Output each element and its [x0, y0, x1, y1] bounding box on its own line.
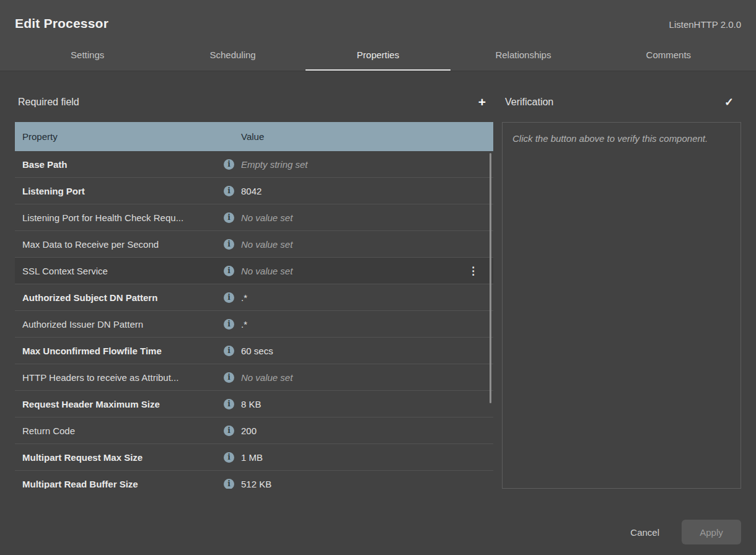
table-row[interactable]: Authorized Issuer DN Pattern i .* — [15, 311, 493, 338]
property-value[interactable]: 60 secs — [241, 346, 493, 356]
property-name: Authorized Subject DN Pattern — [22, 292, 224, 303]
dialog-title: Edit Processor — [15, 16, 108, 31]
properties-table-body: Base Path i Empty string set Listening P… — [15, 151, 493, 489]
property-value[interactable]: 8 KB — [241, 399, 493, 409]
info-icon: i — [224, 186, 234, 196]
tab-relationships[interactable]: Relationships — [451, 41, 596, 71]
property-name: Listening Port — [22, 186, 224, 196]
info-icon: i — [224, 372, 234, 383]
info-icon: i — [224, 399, 234, 409]
table-row[interactable]: Base Path i Empty string set — [15, 151, 493, 178]
info-icon: i — [224, 346, 234, 356]
properties-table-header: Property Value — [15, 122, 493, 151]
verification-message: Click the button above to verify this co… — [512, 133, 708, 144]
table-row[interactable]: Listening Port i 8042 — [15, 178, 493, 204]
table-row[interactable]: SSL Context Service i No value set ⋮ — [15, 258, 493, 284]
properties-table: Property Value Base Path i Empty string … — [15, 122, 493, 489]
tab-settings[interactable]: Settings — [15, 41, 160, 71]
property-name: Max Data to Receive per Second — [22, 239, 224, 250]
dialog-header: Edit Processor ListenHTTP 2.0.0 Settings… — [0, 0, 756, 71]
tab-scheduling[interactable]: Scheduling — [160, 41, 305, 71]
column-header-value: Value — [241, 131, 493, 142]
required-field-label: Required field — [18, 97, 79, 108]
property-value[interactable]: .* — [241, 292, 493, 303]
verification-label: Verification — [505, 97, 553, 108]
cancel-button[interactable]: Cancel — [630, 527, 659, 538]
property-value[interactable]: .* — [241, 319, 493, 330]
property-value[interactable]: No value set — [241, 266, 493, 276]
properties-column: Required field + Property Value Base Pat… — [15, 71, 493, 489]
verify-check-icon[interactable]: ✓ — [724, 95, 734, 109]
dialog-footer: Cancel Apply — [0, 491, 756, 555]
apply-button[interactable]: Apply — [682, 520, 741, 544]
property-value[interactable]: 512 KB — [241, 479, 493, 489]
property-name: Authorized Issuer DN Pattern — [22, 319, 224, 330]
tab-bar: Settings Scheduling Properties Relations… — [15, 41, 741, 71]
property-name: Multipart Read Buffer Size — [22, 479, 224, 489]
info-icon: i — [224, 239, 234, 250]
table-row[interactable]: Max Data to Receive per Second i No valu… — [15, 231, 493, 258]
tab-properties[interactable]: Properties — [305, 41, 451, 71]
info-icon: i — [224, 212, 234, 223]
property-name: Max Unconfirmed Flowfile Time — [22, 346, 224, 356]
property-name: SSL Context Service — [22, 266, 224, 276]
table-row[interactable]: Request Header Maximum Size i 8 KB — [15, 391, 493, 417]
verification-column: Verification ✓ Click the button above to… — [502, 71, 741, 489]
property-name: Listening Port for Health Check Requ... — [22, 212, 224, 223]
tab-comments[interactable]: Comments — [596, 41, 741, 71]
table-row[interactable]: Listening Port for Health Check Requ... … — [15, 204, 493, 231]
property-value[interactable]: No value set — [241, 212, 493, 223]
property-name: Return Code — [22, 426, 224, 436]
processor-type-version: ListenHTTP 2.0.0 — [669, 19, 741, 30]
table-row[interactable]: Multipart Request Max Size i 1 MB — [15, 444, 493, 471]
property-value[interactable]: Empty string set — [241, 159, 493, 170]
property-value[interactable]: 8042 — [241, 186, 493, 196]
info-icon: i — [224, 292, 234, 303]
info-icon: i — [224, 479, 234, 489]
info-icon: i — [224, 266, 234, 276]
table-row[interactable]: Return Code i 200 — [15, 417, 493, 444]
add-property-icon[interactable]: + — [478, 96, 486, 108]
info-icon: i — [224, 159, 234, 170]
verification-panel: Click the button above to verify this co… — [502, 122, 741, 489]
property-value[interactable]: No value set — [241, 372, 493, 383]
property-value[interactable]: 200 — [241, 426, 493, 436]
property-name: Multipart Request Max Size — [22, 452, 224, 463]
table-row[interactable]: Multipart Read Buffer Size i 512 KB — [15, 471, 493, 489]
info-icon: i — [224, 452, 234, 463]
property-value[interactable]: 1 MB — [241, 452, 493, 463]
table-row[interactable]: Max Unconfirmed Flowfile Time i 60 secs — [15, 338, 493, 364]
property-name: HTTP Headers to receive as Attribut... — [22, 372, 224, 383]
table-row[interactable]: HTTP Headers to receive as Attribut... i… — [15, 364, 493, 391]
column-header-property: Property — [22, 131, 241, 142]
property-name: Request Header Maximum Size — [22, 399, 224, 409]
property-value[interactable]: No value set — [241, 239, 493, 250]
kebab-menu-icon[interactable]: ⋮ — [468, 266, 478, 276]
scrollbar-thumb[interactable] — [490, 153, 491, 403]
info-icon: i — [224, 426, 234, 436]
table-row[interactable]: Authorized Subject DN Pattern i .* — [15, 284, 493, 311]
dialog-body: Required field + Property Value Base Pat… — [0, 71, 756, 489]
info-icon: i — [224, 319, 234, 330]
property-name: Base Path — [22, 159, 224, 170]
